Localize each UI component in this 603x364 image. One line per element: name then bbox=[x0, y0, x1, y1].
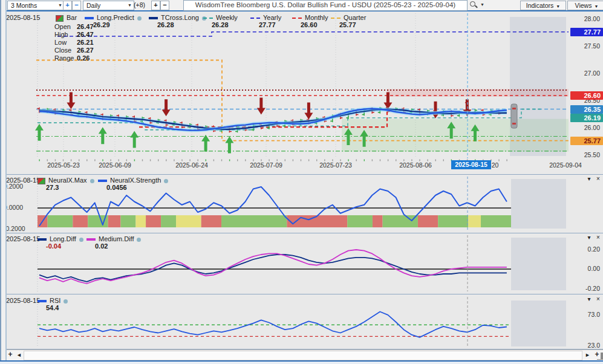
bars-added-label: (+8) bbox=[134, 1, 145, 8]
symbol-title[interactable]: WisdomTree Bloomberg U.S. Dollar Bullish… bbox=[183, 0, 468, 11]
interval-select-value: Daily bbox=[86, 2, 100, 9]
symbol-search[interactable]: ▼ bbox=[470, 1, 489, 9]
add-bar-button[interactable]: + bbox=[151, 1, 160, 10]
panel3-close-button[interactable]: × bbox=[595, 234, 602, 241]
interval-select[interactable]: Daily ▼ bbox=[83, 1, 134, 10]
scroll-add-left-button[interactable]: + bbox=[7, 351, 14, 359]
horizontal-scrollbar[interactable]: + ◄ ► + bbox=[5, 349, 603, 360]
chevron-down-icon: ▼ bbox=[480, 2, 484, 7]
price-chart[interactable] bbox=[0, 11, 603, 174]
panel-separator bbox=[5, 174, 603, 175]
remove-bar-button[interactable]: − bbox=[160, 1, 169, 10]
indicators-button-label: Indicators bbox=[526, 2, 554, 9]
neuralx-chart[interactable] bbox=[0, 175, 603, 233]
minus-icon: − bbox=[74, 1, 78, 8]
chevron-down-icon: ▼ bbox=[58, 1, 62, 10]
zoom-in-button[interactable]: + bbox=[63, 1, 72, 10]
minus-icon: − bbox=[163, 1, 166, 8]
panel-separator bbox=[5, 233, 603, 233]
search-icon-handle bbox=[475, 5, 478, 8]
scrollbar-track[interactable] bbox=[24, 351, 582, 360]
chevron-down-icon: ▼ bbox=[556, 4, 560, 8]
toolbar: 3 Months ▼ + − Daily ▼ (+8) + − WisdomTr… bbox=[5, 0, 603, 11]
panel4-close-button[interactable]: × bbox=[595, 296, 602, 302]
panel2-close-button[interactable]: × bbox=[595, 175, 602, 182]
diff-chart[interactable] bbox=[0, 233, 603, 294]
views-button-label: Views bbox=[575, 2, 592, 9]
panel4-collapse-button[interactable]: ▾ bbox=[585, 296, 593, 302]
plus-icon: + bbox=[65, 1, 69, 8]
panel3-collapse-button[interactable]: ▾ bbox=[585, 234, 593, 241]
scroll-left-button[interactable]: ◄ bbox=[15, 351, 23, 359]
scroll-right-button[interactable]: ► bbox=[584, 351, 592, 359]
range-select[interactable]: 3 Months ▼ bbox=[7, 1, 65, 10]
panel-separator bbox=[5, 294, 603, 294]
window-left-frame bbox=[0, 0, 7, 364]
window-bottom-frame bbox=[0, 360, 603, 364]
range-select-value: 3 Months bbox=[11, 2, 37, 9]
indicators-button[interactable]: Indicators▼ bbox=[520, 1, 566, 10]
panel2-collapse-button[interactable]: ▾ bbox=[585, 175, 593, 182]
views-button[interactable]: Views▼ bbox=[567, 1, 603, 10]
chevron-down-icon: ▼ bbox=[594, 4, 598, 8]
rsi-chart[interactable] bbox=[0, 294, 603, 349]
plus-icon: + bbox=[154, 1, 157, 8]
scroll-add-right-button[interactable]: + bbox=[593, 351, 601, 359]
chevron-down-icon: ▼ bbox=[128, 1, 132, 10]
zoom-out-button[interactable]: − bbox=[72, 1, 81, 10]
